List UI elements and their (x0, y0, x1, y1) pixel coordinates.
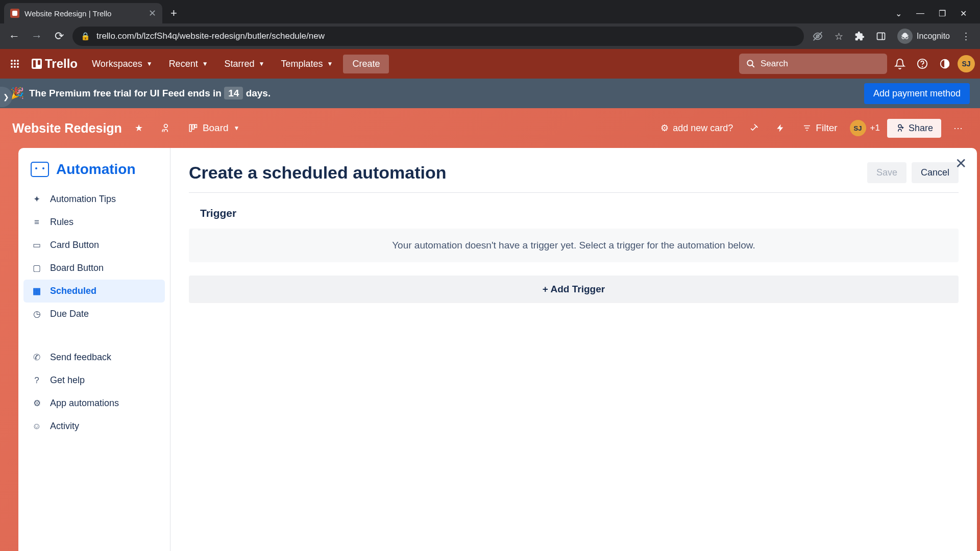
tabs-dropdown-icon[interactable]: ⌄ (895, 9, 902, 18)
minimize-button[interactable]: — (916, 9, 924, 18)
board-menu-icon[interactable]: ⋯ (948, 118, 968, 138)
svg-line-16 (752, 65, 754, 67)
member-count: +1 (870, 123, 880, 133)
eye-off-icon[interactable] (812, 31, 823, 42)
automation-sidebar: Automation ✦Automation Tips ≡Rules ▭Card… (18, 148, 170, 551)
theme-icon[interactable] (935, 54, 954, 73)
svg-point-8 (17, 60, 19, 62)
trigger-empty-state: Your automation doesn't have a trigger y… (189, 229, 959, 262)
url-input[interactable]: 🔒 trello.com/b/lzcfSh4q/website-redesign… (72, 27, 804, 46)
close-window-button[interactable]: ✕ (960, 9, 967, 18)
filter-button[interactable]: Filter (797, 119, 842, 137)
svg-point-18 (922, 66, 923, 67)
sidebar-item-rules[interactable]: ≡Rules (23, 211, 165, 234)
tab-close-icon[interactable]: ✕ (149, 8, 156, 19)
sidebar-item-tips[interactable]: ✦Automation Tips (23, 188, 165, 211)
share-button[interactable]: Share (887, 119, 941, 138)
app-switcher-icon[interactable] (5, 54, 24, 73)
tab-title: Website Redesign | Trello (24, 9, 111, 18)
automation-bolt-icon[interactable] (771, 118, 790, 138)
sidebar-item-scheduled[interactable]: ▦Scheduled (23, 280, 165, 303)
svg-point-20 (164, 124, 167, 128)
trello-logo[interactable]: Trello (28, 57, 82, 71)
svg-point-14 (17, 66, 19, 68)
svg-point-9 (11, 63, 13, 65)
add-card-action[interactable]: ⚙ add new card? (656, 119, 737, 137)
svg-point-27 (898, 124, 901, 128)
chevron-down-icon: ▼ (259, 60, 265, 67)
nav-workspaces[interactable]: Workspaces▼ (85, 55, 160, 73)
nav-templates[interactable]: Templates▼ (274, 55, 340, 73)
megaphone-icon: ✆ (32, 352, 42, 363)
reload-button[interactable]: ⟳ (50, 27, 68, 45)
svg-rect-23 (195, 124, 197, 128)
automation-panel: Automation ✦Automation Tips ≡Rules ▭Card… (18, 148, 977, 551)
nav-starred[interactable]: Starred▼ (217, 55, 272, 73)
sidebar-item-activity[interactable]: ☺Activity (23, 415, 165, 438)
board-icon: ▢ (32, 263, 42, 273)
trello-header: Trello Workspaces▼ Recent▼ Starred▼ Temp… (0, 49, 980, 79)
svg-rect-21 (189, 124, 191, 132)
chevron-down-icon: ▼ (234, 124, 240, 132)
sidebar-item-help[interactable]: ?Get help (23, 369, 165, 392)
board-view-switcher[interactable]: Board ▼ (182, 119, 246, 137)
calendar-icon: ▦ (32, 286, 42, 296)
party-icon: 🎉 (10, 87, 24, 100)
notifications-icon[interactable] (890, 54, 910, 73)
board-name[interactable]: Website Redesign (12, 121, 122, 136)
bookmark-star-icon[interactable]: ☆ (835, 31, 843, 42)
sidebar-item-board-button[interactable]: ▢Board Button (23, 257, 165, 280)
lock-icon: 🔒 (81, 32, 90, 41)
save-button[interactable]: Save (867, 162, 906, 183)
svg-point-11 (17, 63, 19, 65)
chevron-down-icon: ▼ (202, 60, 208, 67)
star-board-icon[interactable]: ★ (129, 118, 149, 138)
svg-point-15 (747, 60, 753, 66)
maximize-button[interactable]: ❐ (939, 9, 946, 18)
new-tab-button[interactable]: + (170, 7, 177, 20)
card-icon: ▭ (32, 240, 42, 251)
sidebar-item-app-automations[interactable]: ⚙App automations (23, 392, 165, 415)
url-text: trello.com/b/lzcfSh4q/website-redesign/b… (96, 31, 325, 41)
create-button[interactable]: Create (343, 55, 389, 73)
user-avatar[interactable]: SJ (958, 55, 975, 72)
back-button[interactable]: ← (5, 27, 23, 45)
cancel-button[interactable]: Cancel (912, 162, 959, 183)
add-trigger-button[interactable]: + Add Trigger (189, 276, 959, 303)
sparkle-icon: ✦ (32, 194, 42, 205)
search-icon (746, 59, 755, 68)
clock-icon: ◷ (32, 309, 42, 319)
extensions-icon[interactable] (854, 31, 865, 41)
trello-logo-text: Trello (45, 57, 78, 71)
board-bar: Website Redesign ★ Board ▼ ⚙ add new car… (0, 108, 980, 148)
trigger-section-label: Trigger (200, 207, 959, 219)
svg-point-7 (14, 60, 16, 62)
visibility-icon[interactable] (156, 118, 175, 138)
help-icon[interactable] (913, 54, 932, 73)
sidebar-title: Automation (23, 158, 165, 188)
incognito-badge[interactable]: Incognito (897, 29, 950, 44)
incognito-label: Incognito (917, 32, 950, 41)
search-placeholder: Search (761, 59, 788, 69)
sidebar-item-due-date[interactable]: ◷Due Date (23, 303, 165, 325)
rocket-icon[interactable] (744, 118, 764, 138)
member-avatar[interactable]: SJ (850, 120, 866, 136)
browser-tab[interactable]: Website Redesign | Trello ✕ (4, 3, 162, 23)
svg-rect-2 (877, 33, 885, 39)
forward-button[interactable]: → (28, 27, 46, 45)
help-circle-icon: ? (32, 375, 42, 386)
sidepanel-icon[interactable] (876, 31, 886, 41)
trello-logo-icon (32, 59, 42, 69)
svg-point-10 (14, 63, 16, 65)
page-title: Create a scheduled automation (189, 163, 446, 183)
nav-recent[interactable]: Recent▼ (162, 55, 215, 73)
svg-point-12 (11, 66, 13, 68)
search-input[interactable]: Search (739, 54, 887, 74)
browser-menu-icon[interactable]: ⋮ (961, 31, 971, 42)
sidebar-item-feedback[interactable]: ✆Send feedback (23, 346, 165, 369)
svg-point-13 (14, 66, 16, 68)
sidebar-item-card-button[interactable]: ▭Card Button (23, 234, 165, 257)
close-panel-icon[interactable]: ✕ (955, 155, 967, 172)
add-payment-button[interactable]: Add payment method (864, 83, 970, 104)
svg-rect-22 (192, 124, 194, 129)
